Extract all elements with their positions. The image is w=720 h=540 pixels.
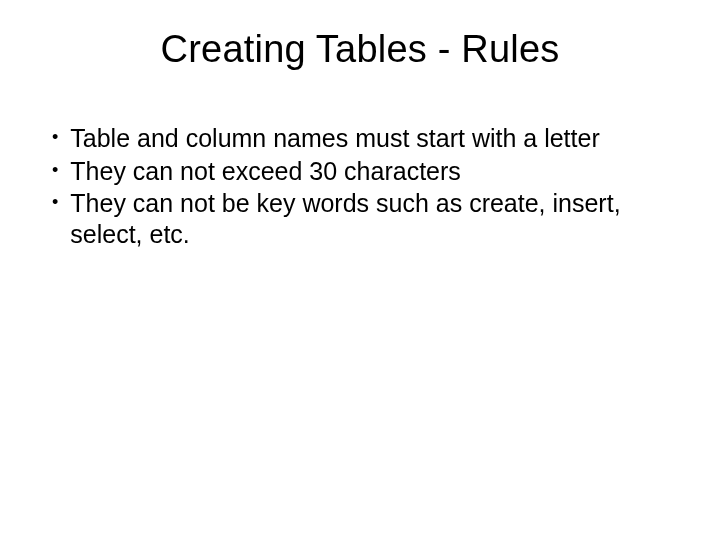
bullet-icon: • — [52, 188, 58, 217]
list-item: • They can not exceed 30 characters — [52, 156, 680, 187]
bullet-text: They can not be key words such as create… — [70, 188, 680, 249]
bullet-icon: • — [52, 156, 58, 185]
slide-title: Creating Tables - Rules — [40, 28, 680, 71]
bullet-text: Table and column names must start with a… — [70, 123, 680, 154]
bullet-text: They can not exceed 30 characters — [70, 156, 680, 187]
list-item: • They can not be key words such as crea… — [52, 188, 680, 249]
bullet-icon: • — [52, 123, 58, 152]
list-item: • Table and column names must start with… — [52, 123, 680, 154]
bullet-list: • Table and column names must start with… — [40, 123, 680, 249]
